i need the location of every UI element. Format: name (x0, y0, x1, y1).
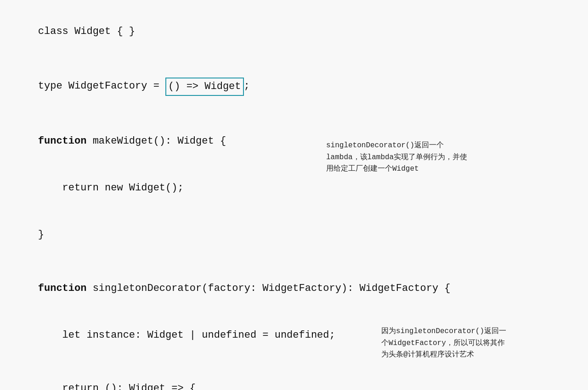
annotation-2-line3: 为头条@计算机程序设计艺术 (381, 351, 474, 359)
code-text-5: } (38, 229, 44, 240)
code-text-8: return (): Widget => { (38, 383, 196, 390)
code-text-2b: ; (244, 80, 250, 92)
annotation-2-line2: 个WidgetFactory，所以可以将其作 (381, 339, 505, 347)
annotation-singleton: singletonDecorator()返回一个 lambda，该lambda实… (326, 140, 551, 175)
code-text-7: let instance: Widget | undefined = undef… (38, 329, 335, 341)
spacer-2 (14, 111, 574, 118)
code-text-2a: type WidgetFactory = (38, 80, 165, 92)
code-line-6: function singletonDecorator(factory: Wid… (14, 265, 574, 312)
annotation-widgetfactory: 因为singletonDecorator()返回一 个WidgetFactory… (381, 326, 574, 361)
code-line-8: return (): Widget => { (14, 365, 574, 390)
spacer-3 (14, 258, 574, 265)
code-text: class Widget { } (38, 26, 135, 37)
annotation-1-line1: singletonDecorator()返回一个 (326, 141, 444, 150)
annotation-1-line2: lambda，该lambda实现了单例行为，并使 (326, 153, 467, 162)
code-line-1: class Widget { } (14, 8, 574, 55)
code-text-4: return new Widget(); (38, 182, 184, 194)
keyword-function-1: function (38, 135, 87, 147)
code-line-5: } (14, 212, 574, 258)
code-text-6: singletonDecorator(factory: WidgetFactor… (86, 283, 450, 294)
code-text-3: makeWidget(): Widget { (86, 135, 226, 147)
code-line-2: type WidgetFactory = () => Widget; (14, 61, 574, 111)
boxed-type: () => Widget (165, 78, 243, 96)
spacer-1 (14, 55, 574, 61)
annotation-2-line1: 因为singletonDecorator()返回一 (381, 327, 506, 335)
keyword-function-2: function (38, 283, 87, 294)
annotation-1-line3: 用给定工厂创建一个Widget (326, 165, 419, 173)
